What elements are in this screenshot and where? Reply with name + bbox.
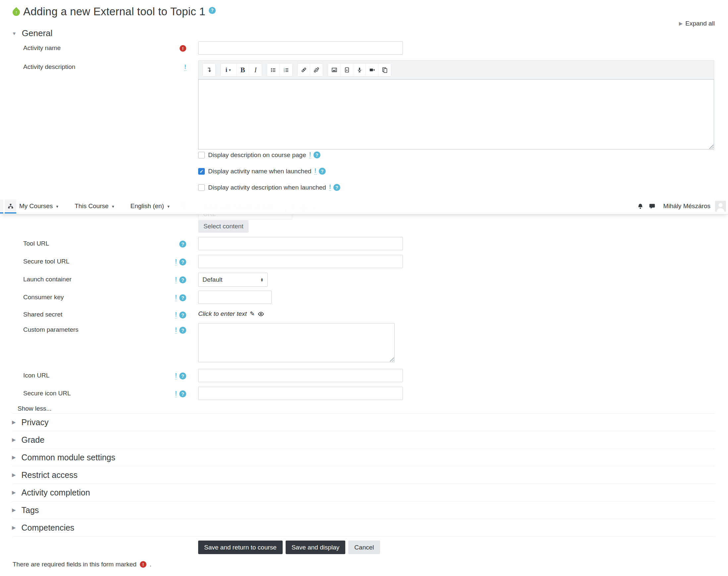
warning-icon: ! [175, 391, 177, 397]
save-and-return-button[interactable]: Save and return to course [198, 541, 283, 554]
record-video-button[interactable] [366, 64, 378, 76]
help-icon[interactable]: ? [209, 7, 216, 14]
svg-text:3: 3 [284, 70, 285, 73]
eye-icon[interactable] [258, 311, 264, 317]
help-icon[interactable]: ? [319, 168, 326, 175]
section-restrict-access[interactable]: ▶ Restrict access [12, 466, 715, 484]
icon-url-label: Icon URL [23, 372, 49, 379]
required-icon: ! [180, 45, 186, 52]
warning-icon: ! [175, 312, 177, 318]
tool-url-input[interactable] [198, 237, 403, 250]
custom-parameters-textarea[interactable] [198, 323, 395, 362]
cancel-button[interactable]: Cancel [348, 541, 380, 554]
nav-edge-tab[interactable] [0, 200, 3, 213]
navbar-band: ? Automatic, based on tool URL ▲▼ ✚ ⬤ ✕ [0, 196, 728, 237]
icon-url-input[interactable] [198, 369, 403, 382]
notifications-button[interactable] [637, 203, 644, 209]
section-title: Common module settings [22, 453, 115, 462]
sitemap-icon [8, 203, 13, 209]
warning-icon: ! [315, 168, 316, 175]
required-icon: ! [140, 561, 146, 568]
chevron-down-icon: ▼ [12, 31, 17, 36]
manage-files-button[interactable] [378, 64, 391, 76]
nav-language[interactable]: English (en) ▼ [130, 202, 170, 210]
expand-all-link[interactable]: ▶ Expand all [679, 20, 715, 27]
ordered-list-icon: 1 2 3 [283, 67, 289, 73]
sitemap-tab[interactable] [5, 200, 16, 213]
help-icon[interactable]: ? [179, 391, 186, 397]
nav-my-courses[interactable]: My Courses ▼ [19, 202, 59, 210]
resize-handle[interactable] [708, 144, 714, 149]
nav-this-course[interactable]: This Course ▼ [75, 202, 115, 210]
save-and-display-button[interactable]: Save and display [286, 541, 346, 554]
section-tags[interactable]: ▶ Tags [12, 501, 715, 519]
select-arrows-icon: ▲▼ [260, 278, 263, 282]
section-title: Activity completion [22, 488, 90, 497]
consumer-key-input[interactable] [198, 291, 272, 304]
help-icon[interactable]: ? [179, 259, 186, 265]
editor-content-area[interactable] [198, 79, 714, 149]
section-activity-completion[interactable]: ▶ Activity completion [12, 484, 715, 501]
secure-tool-url-input[interactable] [198, 255, 403, 268]
section-grade[interactable]: ▶ Grade [12, 431, 715, 449]
italic-button[interactable]: I [249, 64, 262, 76]
caret-down-icon: ▼ [111, 204, 115, 208]
shared-secret-placeholder[interactable]: Click to enter text [198, 310, 247, 317]
bell-icon [637, 203, 643, 209]
display-activity-name-checkbox[interactable]: ✓ [198, 168, 205, 175]
page-title: Adding a new External tool to Topic 1 [23, 5, 205, 18]
secure-icon-url-input[interactable] [198, 387, 403, 400]
help-icon[interactable]: ? [179, 240, 186, 248]
help-icon[interactable]: ? [179, 312, 186, 318]
display-description-checkbox[interactable] [198, 152, 205, 159]
show-less-link[interactable]: Show less... [18, 405, 51, 412]
caret-down-icon: ▼ [55, 204, 59, 208]
pencil-icon[interactable]: ✎ [250, 310, 255, 317]
person-icon [715, 201, 726, 212]
caret-down-icon: ▼ [228, 68, 232, 72]
messages-button[interactable] [648, 203, 656, 209]
rich-text-editor: i ▼ B I [198, 60, 714, 149]
display-options: Display description on course page !? ✓ … [198, 151, 340, 200]
select-content-button[interactable]: Select content [198, 220, 249, 233]
help-icon[interactable]: ? [333, 184, 340, 191]
unlink-button[interactable] [310, 64, 323, 76]
section-general-header[interactable]: ▼ General [12, 28, 52, 38]
user-name[interactable]: Mihály Mészáros [663, 202, 710, 210]
help-icon[interactable]: ? [314, 151, 320, 159]
insert-image-button[interactable] [328, 64, 341, 76]
unordered-list-icon [270, 67, 276, 73]
checkbox-row: Display description on course page !? [198, 151, 340, 159]
launch-container-select[interactable]: Default ▲▼ [198, 273, 268, 287]
help-icon[interactable]: ? [179, 327, 186, 334]
toolbar-toggle-button[interactable] [203, 64, 215, 76]
record-audio-button[interactable] [353, 64, 366, 76]
resize-handle[interactable] [389, 356, 394, 362]
paragraph-styles-button[interactable]: i ▼ [221, 64, 237, 76]
insert-media-button[interactable] [341, 64, 353, 76]
collapse-toolbar-icon [206, 67, 212, 73]
launch-container-row: Launch container !? Default ▲▼ [12, 273, 714, 287]
bold-button[interactable]: B [237, 64, 249, 76]
italic-icon: I [255, 66, 257, 74]
activity-name-input[interactable] [198, 41, 403, 55]
display-activity-description-checkbox[interactable] [198, 184, 205, 191]
help-icon[interactable]: ? [179, 373, 186, 379]
avatar[interactable] [715, 201, 726, 212]
secure-tool-url-row: Secure tool URL !? [12, 255, 714, 268]
section-competencies[interactable]: ▶ Competencies [12, 519, 715, 537]
help-icon[interactable]: ? [179, 294, 186, 301]
help-icon[interactable]: ? [179, 277, 186, 283]
activity-description-row: Activity description ! i ▼ [12, 60, 714, 149]
ordered-list-button[interactable]: 1 2 3 [280, 64, 292, 76]
launch-container-label: Launch container [23, 276, 71, 283]
external-tool-icon: ↑ [11, 7, 21, 17]
section-privacy[interactable]: ▶ Privacy [12, 413, 715, 431]
page: ↑ Adding a new External tool to Topic 1 … [0, 0, 728, 576]
unordered-list-button[interactable] [267, 64, 280, 76]
chevron-right-icon: ▶ [12, 454, 16, 460]
warning-icon: ! [175, 259, 177, 265]
section-general-title: General [22, 28, 53, 38]
link-button[interactable] [297, 64, 310, 76]
section-common-module-settings[interactable]: ▶ Common module settings [12, 449, 715, 466]
